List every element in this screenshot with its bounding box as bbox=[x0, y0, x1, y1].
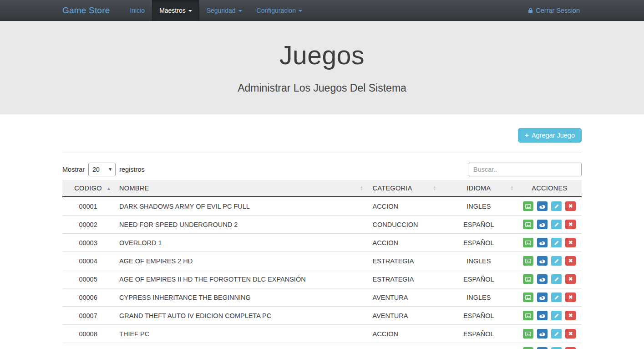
header-acciones: ACCIONES bbox=[517, 180, 582, 197]
header-codigo[interactable]: CODIGO ▲ bbox=[62, 180, 114, 197]
chevron-down-icon bbox=[188, 10, 192, 12]
pencil-icon bbox=[554, 295, 559, 300]
row-action-edit-button[interactable] bbox=[551, 238, 562, 247]
main-nav: Inicio Maestros Seguridad Configuracion bbox=[122, 0, 309, 21]
row-action-upload-button[interactable] bbox=[537, 293, 548, 302]
row-action-upload-button[interactable] bbox=[537, 256, 548, 266]
row-action-upload-button[interactable] bbox=[537, 274, 548, 284]
header-idioma[interactable]: IDIOMA ▲▼ bbox=[440, 180, 517, 197]
row-action-image-button[interactable] bbox=[523, 238, 533, 247]
row-action-edit-button[interactable] bbox=[551, 256, 562, 266]
nav-item-maestros[interactable]: Maestros bbox=[152, 0, 199, 21]
cell-acciones: ✖ bbox=[517, 325, 582, 343]
image-icon bbox=[525, 258, 531, 264]
cell-categoria: ACCION bbox=[367, 234, 440, 252]
table-header-row: CODIGO ▲ NOMBRE ▲▼ CATEGORIA ▲▼ IDIOMA ▲… bbox=[62, 180, 582, 197]
row-action-upload-button[interactable] bbox=[537, 238, 548, 247]
cell-codigo: 00006 bbox=[62, 288, 114, 307]
row-action-upload-button[interactable] bbox=[537, 311, 548, 320]
table-row: 00001 DARK SHADOWS ARMY OF EVIL PC FULL … bbox=[62, 197, 582, 216]
header-nombre[interactable]: NOMBRE ▲▼ bbox=[114, 180, 367, 197]
row-action-delete-button[interactable]: ✖ bbox=[565, 311, 576, 320]
games-table-body: 00001 DARK SHADOWS ARMY OF EVIL PC FULL … bbox=[62, 197, 582, 349]
header-codigo-label: CODIGO bbox=[74, 185, 102, 192]
row-action-edit-button[interactable] bbox=[551, 201, 562, 211]
row-action-image-button[interactable] bbox=[523, 201, 533, 211]
page-size-select[interactable]: 20 bbox=[88, 163, 116, 176]
cell-categoria: ACCION bbox=[367, 343, 440, 349]
cloud-upload-icon bbox=[539, 313, 546, 318]
chevron-down-icon bbox=[238, 10, 242, 12]
cell-nombre: NEED FOR SPEED UNDERGROUND 2 bbox=[114, 216, 367, 234]
cell-nombre: AGE OF EMPIRES 2 HD bbox=[114, 252, 367, 270]
page-subtitle: Administrar Los Juegos Del Sistema bbox=[0, 82, 644, 94]
row-action-upload-button[interactable] bbox=[537, 347, 548, 349]
nav-item-seguridad[interactable]: Seguridad bbox=[199, 0, 249, 21]
row-action-edit-button[interactable] bbox=[551, 293, 562, 302]
cloud-upload-icon bbox=[539, 331, 546, 337]
row-action-delete-button[interactable]: ✖ bbox=[565, 347, 576, 349]
row-action-edit-button[interactable] bbox=[551, 329, 562, 339]
cell-codigo: 00007 bbox=[62, 307, 114, 325]
divider bbox=[62, 153, 582, 153]
pencil-icon bbox=[554, 258, 559, 264]
row-action-image-button[interactable] bbox=[523, 311, 533, 320]
brand[interactable]: Game Store bbox=[62, 0, 110, 21]
row-action-delete-button[interactable]: ✖ bbox=[565, 238, 576, 247]
cell-codigo: 00009 bbox=[62, 343, 114, 349]
row-action-edit-button[interactable] bbox=[551, 311, 562, 320]
sort-icon: ▲▼ bbox=[433, 185, 436, 190]
cell-acciones: ✖ bbox=[517, 343, 582, 349]
cloud-upload-icon bbox=[539, 240, 546, 246]
row-action-upload-button[interactable] bbox=[537, 220, 548, 229]
row-action-delete-button[interactable]: ✖ bbox=[565, 329, 576, 339]
nav-item-label: Seguridad bbox=[207, 7, 236, 14]
row-action-image-button[interactable] bbox=[523, 293, 533, 302]
cell-nombre: DARK SHADOWS ARMY OF EVIL PC FULL bbox=[114, 197, 367, 216]
cell-acciones: ✖ bbox=[517, 307, 582, 325]
cell-acciones: ✖ bbox=[517, 288, 582, 307]
header-acciones-label: ACCIONES bbox=[532, 185, 567, 192]
close-icon: ✖ bbox=[568, 222, 573, 227]
row-action-edit-button[interactable] bbox=[551, 220, 562, 229]
cell-codigo: 00005 bbox=[62, 270, 114, 288]
cell-idioma: INGLES bbox=[440, 252, 517, 270]
logout-link[interactable]: Cerrar Session bbox=[526, 0, 582, 21]
cell-categoria: ACCION bbox=[367, 325, 440, 343]
row-action-delete-button[interactable]: ✖ bbox=[565, 274, 576, 284]
sort-icon: ▲▼ bbox=[510, 185, 514, 190]
row-action-delete-button[interactable]: ✖ bbox=[565, 201, 576, 211]
header-categoria[interactable]: CATEGORIA ▲▼ bbox=[367, 180, 440, 197]
search-input[interactable] bbox=[469, 163, 582, 176]
row-action-edit-button[interactable] bbox=[551, 347, 562, 349]
row-action-delete-button[interactable]: ✖ bbox=[565, 256, 576, 266]
row-action-delete-button[interactable]: ✖ bbox=[565, 293, 576, 302]
header-categoria-label: CATEGORIA bbox=[373, 185, 412, 192]
table-row: 00006 CYPRESS INHERITANCE THE BEGINNING … bbox=[62, 288, 582, 307]
row-action-image-button[interactable] bbox=[523, 347, 533, 349]
nav-item-inicio[interactable]: Inicio bbox=[122, 0, 152, 21]
row-action-upload-button[interactable] bbox=[537, 329, 548, 339]
cell-categoria: ACCION bbox=[367, 197, 440, 216]
close-icon: ✖ bbox=[568, 295, 573, 300]
row-action-delete-button[interactable]: ✖ bbox=[565, 220, 576, 229]
sort-ascending-icon: ▲ bbox=[106, 186, 111, 191]
nav-item-configuracion[interactable]: Configuracion bbox=[249, 0, 309, 21]
row-action-image-button[interactable] bbox=[523, 220, 533, 229]
cell-idioma: INGLES bbox=[440, 197, 517, 216]
cell-idioma: ESPAÑOL bbox=[440, 234, 517, 252]
navbar: Game Store Inicio Maestros Seguridad Con… bbox=[0, 0, 644, 21]
row-action-image-button[interactable] bbox=[523, 256, 533, 266]
page-title: Juegos bbox=[0, 40, 644, 70]
cell-nombre: AGE OF EMPIRES II HD THE FORGOTTEN DLC E… bbox=[114, 270, 367, 288]
cell-acciones: ✖ bbox=[517, 270, 582, 288]
row-action-image-button[interactable] bbox=[523, 274, 533, 284]
cell-nombre: GRAND THEFT AUTO IV EDICION COMPLETA PC bbox=[114, 307, 367, 325]
cell-idioma: ESPAÑOL bbox=[440, 325, 517, 343]
cloud-upload-icon bbox=[539, 277, 546, 282]
row-action-upload-button[interactable] bbox=[537, 201, 548, 211]
row-action-image-button[interactable] bbox=[523, 329, 533, 339]
add-game-button[interactable]: +Agregar Juego bbox=[518, 128, 582, 143]
pencil-icon bbox=[554, 313, 559, 318]
row-action-edit-button[interactable] bbox=[551, 274, 562, 284]
